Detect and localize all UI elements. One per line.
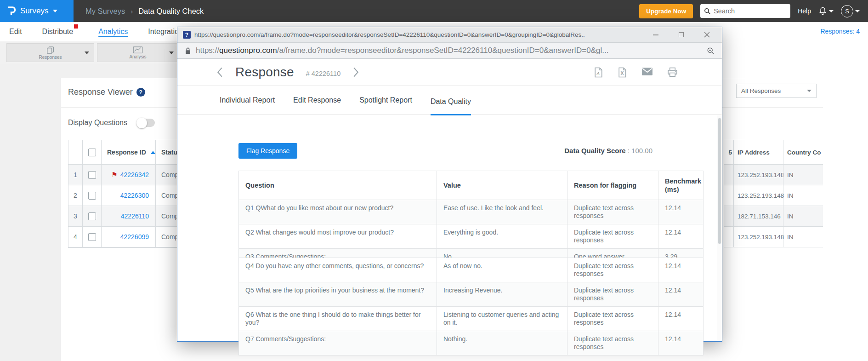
analysis-chart-icon — [133, 46, 143, 54]
cell — [724, 185, 734, 206]
value-cell: Ease of use. Like the look and feel. — [437, 200, 567, 224]
popup-address-bar[interactable]: https://questionpro.com/a/frame.do?mode=… — [177, 43, 722, 59]
chevron-down-icon — [807, 90, 811, 92]
download-excel-icon[interactable]: X — [618, 67, 627, 78]
minimize-icon[interactable] — [653, 34, 658, 35]
chevron-down-icon[interactable] — [169, 52, 174, 54]
benchmark-cell: 12.14 — [658, 224, 703, 248]
search-input[interactable] — [714, 7, 783, 15]
nav-analytics[interactable]: Analytics — [98, 28, 128, 36]
ip-cell: 123.252.193.148 — [734, 227, 783, 247]
column-header-truncated: 5 — [724, 140, 734, 165]
response-id-link[interactable]: 42226300 — [120, 192, 149, 199]
response-id-link[interactable]: 42226099 — [120, 233, 149, 241]
qt-header-benchmark: Benchmark (ms) — [658, 171, 703, 200]
benchmark-cell: 12.14 — [658, 200, 703, 224]
account-menu[interactable]: S — [841, 5, 860, 17]
cell — [724, 227, 734, 247]
url-path: /a/frame.do?mode=responseeditor&response… — [277, 46, 609, 55]
benchmark-cell: 12.14 — [658, 282, 703, 306]
chevron-down-icon[interactable] — [85, 52, 89, 54]
row-checkbox[interactable] — [88, 212, 96, 220]
qt-header-question: Question — [239, 171, 437, 200]
topbar-actions: Upgrade Now Help S — [639, 4, 868, 18]
response-tabs: Individual Report Edit Response Spotligh… — [177, 86, 722, 115]
response-id-link[interactable]: 42226342 — [120, 171, 149, 178]
select-all-checkbox[interactable] — [88, 149, 96, 156]
reason-cell: Duplicate text across responses — [567, 200, 658, 224]
maximize-icon[interactable] — [679, 32, 684, 37]
email-icon[interactable] — [641, 67, 653, 76]
nav-distribute[interactable]: Distribute — [42, 28, 74, 35]
svg-text:A: A — [596, 71, 600, 76]
previous-response-button[interactable] — [216, 67, 223, 78]
row-checkbox[interactable] — [88, 171, 96, 179]
column-header-select-all — [83, 140, 102, 165]
popup-title-bar[interactable]: ? https://questionpro.com/a/frame.do?mod… — [177, 27, 722, 43]
reason-cell: Duplicate text across responses — [567, 282, 658, 306]
notifications-menu[interactable] — [818, 6, 834, 16]
global-search[interactable] — [700, 4, 790, 18]
popup-scrollbar[interactable] — [717, 115, 721, 340]
notification-badge — [74, 24, 78, 29]
data-quality-panel: Flag Response Data Quality Score : 100.0… — [177, 115, 722, 341]
value-cell: Everything is good. — [437, 224, 567, 248]
question-cell: Q1 QWhat do you like most about our new … — [239, 200, 437, 224]
sort-asc-icon[interactable] — [151, 151, 155, 154]
next-response-button[interactable] — [352, 67, 359, 78]
product-switcher[interactable]: Surveys — [0, 0, 74, 22]
quality-table-continued: Q4 Do you have any other comments, quest… — [238, 258, 703, 355]
response-id-link[interactable]: 42226110 — [121, 212, 149, 220]
response-viewer-title: Response Viewer — [68, 87, 133, 97]
qt-header-value: Value — [437, 171, 567, 200]
top-bar: Surveys My Surveys › Data Quality Check … — [0, 0, 868, 22]
response-id-cell: 42226300 — [102, 185, 156, 206]
chevron-down-icon — [855, 10, 860, 12]
row-checkbox[interactable] — [88, 192, 96, 200]
column-header-response-id[interactable]: Response ID — [102, 140, 156, 165]
questionpro-favicon: ? — [183, 31, 191, 39]
nav-edit[interactable]: Edit — [9, 28, 22, 36]
breadcrumb-my-surveys[interactable]: My Surveys — [85, 7, 125, 16]
country-cell: IN — [783, 206, 823, 227]
tab-spotlight-report[interactable]: Spotlight Report — [359, 96, 412, 115]
window-controls — [644, 32, 716, 38]
response-id-cell: 42226099 — [102, 227, 156, 247]
display-questions-row: Display Questions — [68, 119, 155, 127]
country-cell: IN — [783, 165, 823, 185]
cell — [724, 165, 734, 185]
avatar-initial: S — [845, 8, 849, 15]
tab-data-quality[interactable]: Data Quality — [431, 97, 471, 115]
benchmark-cell: 12.14 — [658, 331, 703, 355]
toolbar-tile-responses[interactable]: Responses — [6, 43, 94, 62]
download-pdf-icon[interactable]: A — [594, 67, 603, 78]
zoom-out-icon[interactable] — [707, 47, 715, 55]
benchmark-cell: 12.14 — [658, 258, 703, 282]
address-url[interactable]: https://questionpro.com/a/frame.do?mode=… — [196, 46, 702, 55]
toggle-knob — [136, 118, 147, 128]
upgrade-now-button[interactable]: Upgrade Now — [639, 4, 693, 18]
row-index: 3 — [68, 206, 83, 227]
screen: Surveys My Surveys › Data Quality Check … — [0, 0, 868, 361]
questionpro-logo-icon — [6, 5, 16, 17]
close-icon[interactable] — [704, 32, 710, 38]
chevron-down-icon — [53, 10, 57, 12]
help-link[interactable]: Help — [798, 7, 811, 15]
tab-edit-response[interactable]: Edit Response — [293, 96, 341, 115]
breadcrumb-separator: › — [130, 7, 133, 15]
tab-individual-report[interactable]: Individual Report — [220, 96, 275, 115]
print-icon[interactable] — [667, 67, 678, 77]
reason-cell: Duplicate text across responses — [567, 331, 658, 355]
help-icon[interactable]: ? — [136, 88, 145, 97]
response-editor-popup: ? https://questionpro.com/a/frame.do?mod… — [177, 27, 722, 342]
toolbar-tile-analysis[interactable]: Analysis — [97, 43, 179, 62]
data-quality-score: Data Quality Score : 100.00 — [564, 147, 652, 155]
row-checkbox[interactable] — [88, 233, 96, 241]
score-label: Data Quality Score — [564, 147, 625, 155]
display-questions-label: Display Questions — [68, 119, 127, 127]
display-questions-toggle[interactable] — [137, 119, 155, 127]
question-cell: Q7 Comments/Suggestions: — [239, 331, 437, 355]
flag-response-button[interactable]: Flag Response — [238, 143, 297, 159]
scrollbar-thumb[interactable] — [718, 118, 721, 244]
response-filter-select[interactable]: All Responses — [736, 84, 817, 98]
